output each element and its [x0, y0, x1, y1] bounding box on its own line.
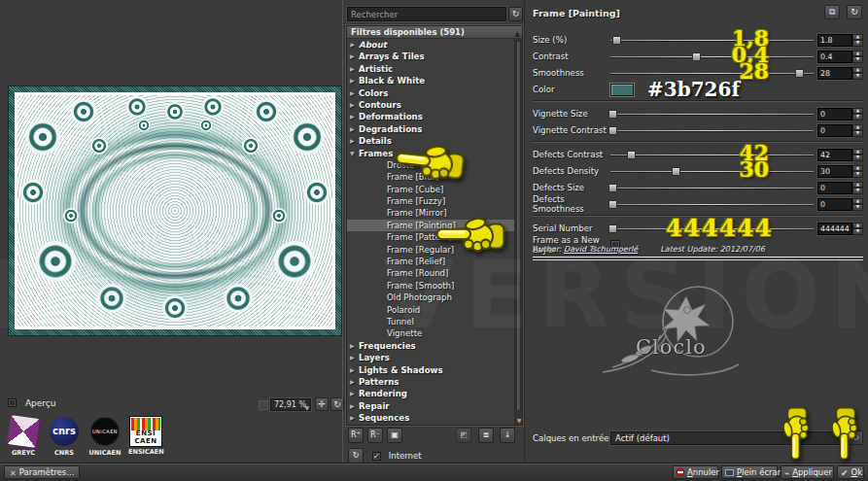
- preview-pan-button[interactable]: ✛: [315, 397, 329, 411]
- view-mode-button[interactable]: ≣: [478, 428, 494, 443]
- rename-fave-button[interactable]: ▣: [387, 428, 402, 443]
- slider-handle[interactable]: [608, 126, 617, 135]
- slider[interactable]: 444444: [610, 222, 814, 235]
- value-spinbox[interactable]: 42▲▼: [817, 149, 863, 161]
- triangle-collapsed-icon[interactable]: ▶: [350, 135, 355, 147]
- filter-tree-header[interactable]: Filtres disponibles (591) ▲: [347, 26, 522, 39]
- value-box[interactable]: 28: [817, 67, 852, 80]
- value-spinbox[interactable]: 0▲▼: [817, 182, 863, 194]
- appliquer-button[interactable]: ⌁Appliquer: [781, 465, 834, 479]
- add-fave-button[interactable]: R⁺: [348, 428, 364, 443]
- tree-item-frame-fuzzy-[interactable]: Frame [Fuzzy]: [347, 195, 522, 207]
- spin-down-icon[interactable]: ▼: [852, 56, 863, 63]
- tree-category-colors[interactable]: ▶Colors: [347, 87, 522, 99]
- value-box[interactable]: 444444: [817, 223, 852, 235]
- triangle-collapsed-icon[interactable]: ▶: [350, 340, 355, 352]
- tree-item-frame-round-[interactable]: Frame [Round]: [347, 267, 522, 279]
- slider-handle[interactable]: [608, 184, 617, 192]
- value-spinbox[interactable]: 0▲▼: [817, 108, 863, 120]
- value-box[interactable]: 0: [817, 124, 852, 137]
- value-spinbox[interactable]: 1.8▲▼: [817, 34, 863, 47]
- tree-item-frame-smooth-[interactable]: Frame [Smooth]: [347, 280, 522, 292]
- remove-fave-button[interactable]: R⁻: [367, 428, 383, 443]
- tree-category-degradations[interactable]: ▶Degradations: [347, 123, 522, 135]
- tree-category-frequencies[interactable]: ▶Frequencies: [347, 340, 522, 352]
- refresh-filters-button[interactable]: ↻: [348, 448, 364, 464]
- triangle-collapsed-icon[interactable]: ▶: [350, 400, 355, 412]
- value-spinbox[interactable]: 0▲▼: [817, 124, 863, 137]
- spin-down-icon[interactable]: ▼: [852, 228, 863, 235]
- preview-zoom-combo[interactable]: 72,91 % ▼: [270, 398, 311, 411]
- slider-handle[interactable]: [672, 167, 680, 176]
- triangle-collapsed-icon[interactable]: ▶: [350, 75, 355, 86]
- triangle-collapsed-icon[interactable]: ▶: [350, 364, 355, 376]
- triangle-collapsed-icon[interactable]: ▶: [350, 63, 355, 75]
- triangle-expanded-icon[interactable]: ▼: [350, 148, 355, 159]
- value-box[interactable]: 42: [817, 149, 852, 161]
- triangle-collapsed-icon[interactable]: ▶: [350, 99, 355, 111]
- preview-image[interactable]: [15, 92, 335, 329]
- search-input[interactable]: [347, 7, 506, 21]
- spin-down-icon[interactable]: ▼: [852, 171, 863, 178]
- slider[interactable]: [610, 107, 814, 120]
- tree-category-repair[interactable]: ▶Repair: [347, 400, 522, 412]
- slider-handle[interactable]: [692, 52, 701, 61]
- tree-item-polaroid[interactable]: Polaroid: [347, 304, 522, 316]
- spin-down-icon[interactable]: ▼: [852, 40, 863, 47]
- tree-category-sequences[interactable]: ▶Sequences: [347, 412, 522, 424]
- slider-handle[interactable]: [608, 200, 617, 209]
- tree-category-rendering[interactable]: ▶Rendering: [347, 388, 522, 399]
- internet-checkbox[interactable]: [372, 452, 381, 461]
- slider[interactable]: 1,8: [610, 33, 814, 47]
- spin-down-icon[interactable]: ▼: [852, 130, 863, 137]
- slider[interactable]: [610, 197, 814, 211]
- plein-ecran-button[interactable]: Plein écran: [721, 465, 778, 479]
- slider[interactable]: 0,4: [610, 50, 814, 63]
- value-box[interactable]: 30: [817, 165, 852, 178]
- slider-handle[interactable]: [608, 110, 617, 119]
- copy-icon[interactable]: ⧉: [824, 5, 840, 19]
- triangle-collapsed-icon[interactable]: ▶: [350, 111, 355, 122]
- tree-category-artistic[interactable]: ▶Artistic: [347, 63, 522, 75]
- triangle-collapsed-icon[interactable]: ▶: [350, 39, 355, 51]
- tree-category-arrays-tiles[interactable]: ▶Arrays & Tiles: [347, 51, 522, 62]
- tree-item-tunnel[interactable]: Tunnel: [347, 316, 522, 327]
- value-spinbox[interactable]: 0▲▼: [817, 198, 863, 211]
- spin-down-icon[interactable]: ▼: [852, 73, 863, 80]
- slider-handle[interactable]: [627, 151, 636, 159]
- tree-category-layers[interactable]: ▶Layers: [347, 352, 522, 363]
- value-box[interactable]: 1.8: [817, 34, 852, 47]
- tree-category-patterns[interactable]: ▶Patterns: [347, 376, 522, 388]
- spin-down-icon[interactable]: ▼: [852, 114, 863, 120]
- value-spinbox[interactable]: 28▲▼: [817, 67, 863, 80]
- collapse-button[interactable]: ↓: [500, 428, 515, 443]
- search-options-icon[interactable]: ↻: [508, 7, 523, 21]
- slider-handle[interactable]: [608, 224, 617, 233]
- triangle-collapsed-icon[interactable]: ▶: [350, 87, 355, 99]
- tree-category-deformations[interactable]: ▶Deformations: [347, 111, 522, 122]
- value-box[interactable]: 0: [817, 182, 852, 194]
- tree-category-about[interactable]: ▶About: [347, 39, 522, 51]
- slider-handle[interactable]: [612, 36, 621, 45]
- triangle-collapsed-icon[interactable]: ▶: [350, 412, 355, 424]
- value-spinbox[interactable]: 0.4▲▼: [817, 51, 863, 63]
- value-box[interactable]: 0: [817, 198, 852, 211]
- parametres-button[interactable]: ✕Paramètres...: [4, 465, 80, 479]
- triangle-collapsed-icon[interactable]: ▶: [350, 123, 355, 135]
- slider[interactable]: 42: [610, 148, 814, 161]
- triangle-collapsed-icon[interactable]: ▶: [350, 352, 355, 363]
- color-swatch-button[interactable]: [610, 84, 634, 96]
- triangle-collapsed-icon[interactable]: ▶: [350, 51, 355, 62]
- value-spinbox[interactable]: 30▲▼: [817, 165, 863, 178]
- value-box[interactable]: 0.4: [817, 51, 852, 63]
- tree-category-black-white[interactable]: ▶Black & White: [347, 75, 522, 86]
- tree-category-lights-shadows[interactable]: ▶Lights & Shadows: [347, 364, 522, 376]
- scroll-down-icon[interactable]: ▼: [515, 417, 523, 424]
- spin-down-icon[interactable]: ▼: [852, 204, 863, 211]
- tree-item-vignette[interactable]: Vignette: [347, 327, 522, 339]
- value-box[interactable]: 0: [817, 108, 852, 120]
- slider[interactable]: [610, 123, 814, 137]
- reset-icon[interactable]: ↻: [847, 5, 862, 19]
- tree-category-contours[interactable]: ▶Contours: [347, 99, 522, 111]
- tree-scrollbar[interactable]: ▼: [514, 39, 522, 425]
